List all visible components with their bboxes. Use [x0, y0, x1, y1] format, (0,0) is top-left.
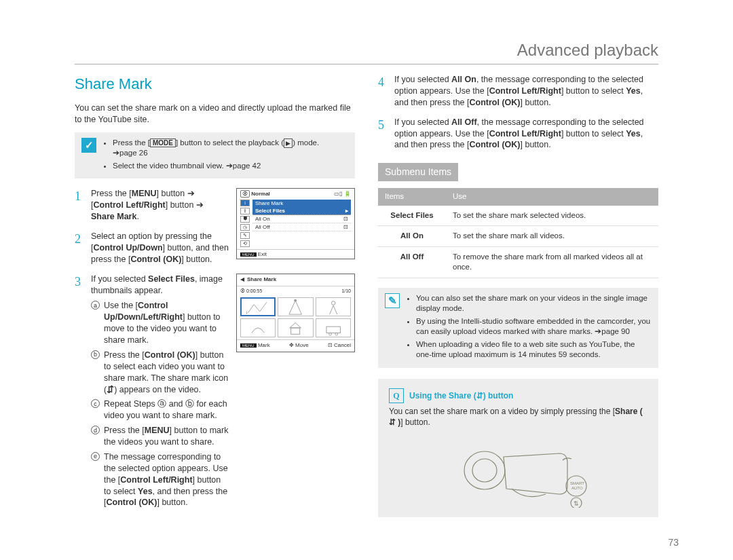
- thumbnail: [278, 318, 313, 337]
- step-number: 4: [378, 74, 389, 109]
- info-item: By using the Intelli-studio software emb…: [416, 316, 652, 337]
- info-note: ✎ You can also set the share mark on you…: [378, 288, 658, 368]
- status-icons: ▭▯ 🔋: [334, 191, 351, 197]
- svg-point-7: [335, 333, 338, 335]
- sub-marker-c: c: [91, 399, 100, 408]
- th-use: Use: [446, 188, 658, 206]
- substep-b: bPress the [Control (OK)] button to sele…: [91, 350, 229, 396]
- menu-option: All Off⊡: [252, 223, 351, 231]
- svg-point-6: [328, 333, 331, 335]
- chapter-title: Advanced playback: [75, 41, 658, 64]
- info-item: You can also set the share mark on your …: [416, 293, 652, 314]
- submenu-heading: Submenu Items: [378, 163, 658, 181]
- table-row: Select FilesTo set the share mark select…: [378, 206, 658, 226]
- thumbnail-grid: ↕: [237, 295, 354, 339]
- table-row: All OffTo remove the share mark from all…: [378, 246, 658, 278]
- svg-text:⇅: ⇅: [574, 500, 579, 507]
- note-list: Press the [MODE] button to select the pl…: [103, 138, 319, 174]
- side-icons: ↕⇪⛊◷✎⟲: [240, 200, 250, 247]
- thumbnail-screenshot: ◀Share Mark ⦿ 0:00:551/10 ↕ MENU Mark ✥ …: [236, 274, 355, 352]
- substep-c: cRepeat Steps ⓐ and ⓑ for each video you…: [91, 398, 229, 422]
- svg-text:↕: ↕: [246, 310, 248, 314]
- playback-icon: ▶: [284, 138, 293, 148]
- svg-rect-3: [291, 328, 300, 334]
- camera-mode-icon: ⦿: [240, 190, 250, 198]
- step-1: 1 Press the [MENU] button ➔ [Control Lef…: [75, 188, 229, 223]
- menu-option-selected: Select Files▸: [252, 207, 351, 215]
- share-menu: Share Mark Select Files▸ All On⊡ All Off…: [252, 200, 351, 247]
- step-number: 1: [75, 188, 86, 223]
- svg-text:SMART: SMART: [570, 481, 584, 485]
- prereq-note: ✓ Press the [MODE] button to select the …: [75, 132, 355, 179]
- sub-marker-a: a: [91, 301, 100, 310]
- menu-header: Share Mark: [252, 200, 351, 207]
- step-number: 2: [75, 231, 86, 265]
- left-column: Share Mark You can set the share mark on…: [75, 74, 355, 520]
- thumbnail-selected: ↕: [240, 297, 276, 316]
- step-5: 5 If you selected All Off, the message c…: [378, 117, 658, 151]
- step-3: 3 If you selected Select Files, image th…: [75, 274, 229, 512]
- intro-text: You can set the share mark on a video an…: [75, 102, 355, 126]
- note-item: Press the [MODE] button to select the pl…: [113, 138, 319, 159]
- svg-text:AUTO: AUTO: [571, 486, 583, 490]
- thumb-footer: MENU Mark ✥ Move ⊡ Cancel: [237, 339, 354, 352]
- thumbnail: [278, 297, 313, 316]
- step-2: 2 Select an option by pressing the [Cont…: [75, 231, 229, 265]
- submenu-table: Items Use Select FilesTo set the share m…: [378, 188, 658, 278]
- info-icon: ✎: [385, 293, 400, 308]
- callout-body: You can set the share mark on a video by…: [389, 406, 647, 428]
- svg-rect-5: [326, 326, 340, 333]
- menu-option: All On⊡: [252, 215, 351, 223]
- sub-marker-d: d: [91, 426, 100, 434]
- page-number: 73: [668, 537, 679, 548]
- check-icon: ✓: [81, 138, 96, 153]
- table-row: All OnTo set the share mark all videos.: [378, 226, 658, 247]
- note-item: Select the video thumbnail view. ➔page 4…: [113, 161, 319, 172]
- svg-point-8: [464, 451, 505, 489]
- substep-e: eThe message corresponding to the select…: [91, 451, 229, 508]
- svg-point-9: [472, 459, 497, 482]
- step-4: 4 If you selected All On, the message co…: [378, 74, 658, 109]
- share-icon: ⇅: [476, 390, 483, 401]
- menu-footer: MENUExit: [237, 249, 354, 259]
- svg-point-1: [295, 299, 297, 302]
- info-item: When uploading a video file to a web sit…: [416, 339, 652, 360]
- sub-marker-b: b: [91, 350, 100, 359]
- thumbnail: [316, 318, 351, 337]
- step-number: 5: [378, 117, 389, 151]
- menu-screenshot: ⦿ Normal ▭▯ 🔋 ↕⇪⛊◷✎⟲ Share Mark Select F…: [236, 188, 355, 259]
- right-column: 4 If you selected All On, the message co…: [378, 74, 658, 520]
- substeps: aUse the [Control Up/Down/Left/Right] bu…: [91, 300, 229, 508]
- callout-title: Using the Share (⇅) button: [409, 390, 513, 401]
- columns: Share Mark You can set the share mark on…: [75, 74, 658, 520]
- info-list: You can also set the share mark on your …: [407, 293, 652, 362]
- steps-list-right: 4 If you selected All On, the message co…: [378, 74, 658, 151]
- thumbnail: [316, 297, 351, 316]
- mode-key: MODE: [150, 138, 176, 147]
- thumbnail: [240, 318, 276, 337]
- step-number: 3: [75, 274, 86, 512]
- substep-d: dPress the [MENU] button to mark the vid…: [91, 425, 229, 448]
- svg-marker-4: [290, 323, 301, 328]
- magnifier-icon: Q: [389, 388, 404, 403]
- manual-page: Advanced playback Share Mark You can set…: [54, 0, 679, 560]
- share-mark-icon: ⇅: [107, 384, 114, 396]
- camcorder-illustration: SMART AUTO ⇅: [389, 433, 647, 508]
- th-items: Items: [378, 188, 446, 206]
- section-title: Share Mark: [75, 74, 355, 94]
- share-icon: ⇅: [389, 417, 396, 428]
- substep-a: aUse the [Control Up/Down/Left/Right] bu…: [91, 300, 229, 346]
- svg-point-2: [331, 301, 335, 305]
- sub-marker-e: e: [91, 452, 100, 461]
- share-button-callout: Q Using the Share (⇅) button You can set…: [378, 379, 658, 517]
